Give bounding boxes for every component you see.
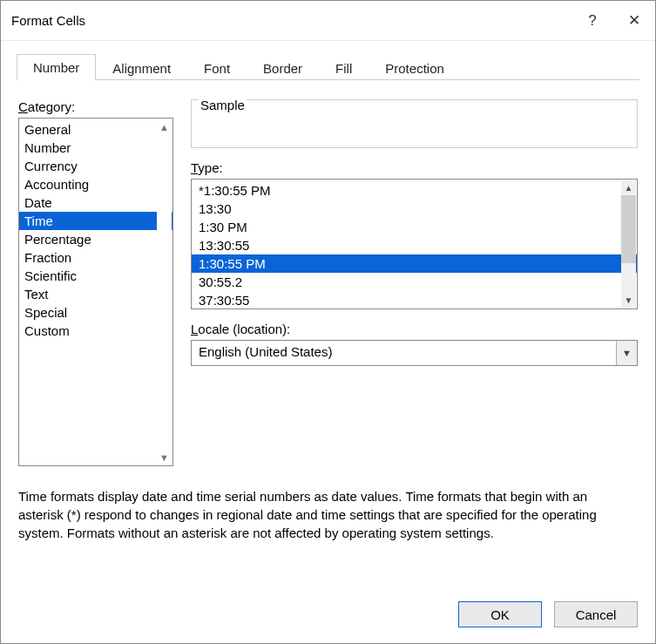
type-item[interactable]: 13:30:55: [192, 236, 637, 254]
sample-label: Sample: [199, 98, 247, 112]
help-button[interactable]: ?: [571, 1, 613, 41]
category-item[interactable]: General: [19, 120, 172, 139]
locale-select[interactable]: English (United States) ▼: [191, 340, 638, 366]
type-item[interactable]: 1:30:55 PM: [192, 254, 637, 273]
close-button[interactable]: ✕: [613, 1, 655, 41]
scroll-thumb[interactable]: [621, 195, 636, 263]
cancel-button[interactable]: Cancel: [554, 601, 638, 627]
category-item[interactable]: Time: [19, 212, 172, 230]
type-listbox[interactable]: *1:30:55 PM13:301:30 PM13:30:551:30:55 P…: [191, 179, 638, 309]
category-item[interactable]: Custom: [19, 322, 172, 340]
category-item[interactable]: Fraction: [19, 248, 172, 267]
description-text: Time formats display date and time seria…: [18, 487, 638, 542]
scroll-down-icon[interactable]: ▼: [157, 450, 172, 464]
locale-value: English (United States): [192, 341, 616, 365]
category-scrollbar[interactable]: ▲ ▼: [157, 119, 172, 464]
tab-font[interactable]: Font: [187, 55, 247, 81]
tab-fill[interactable]: Fill: [319, 55, 369, 81]
help-icon: ?: [588, 12, 596, 30]
type-item[interactable]: 37:30:55: [192, 291, 637, 309]
type-scrollbar[interactable]: ▲ ▼: [621, 180, 636, 308]
category-item[interactable]: Accounting: [19, 175, 172, 193]
tab-rule: [17, 79, 639, 80]
category-item[interactable]: Text: [19, 285, 172, 303]
tab-protection[interactable]: Protection: [369, 55, 461, 81]
button-bar: OK Cancel: [1, 587, 655, 643]
format-cells-dialog: Format Cells ? ✕ NumberAlignmentFontBord…: [0, 0, 656, 644]
scroll-up-icon[interactable]: ▲: [157, 119, 172, 134]
category-item[interactable]: Special: [19, 303, 172, 322]
scroll-up-icon[interactable]: ▲: [621, 180, 636, 195]
category-label: Category:: [18, 99, 173, 114]
sample-box: Sample: [191, 99, 638, 148]
category-listbox[interactable]: GeneralNumberCurrencyAccountingDateTimeP…: [18, 118, 173, 466]
type-item[interactable]: 1:30 PM: [192, 218, 637, 236]
category-item[interactable]: Number: [19, 139, 172, 157]
tab-alignment[interactable]: Alignment: [96, 55, 187, 81]
category-item[interactable]: Currency: [19, 157, 172, 175]
category-item[interactable]: Date: [19, 193, 172, 212]
chevron-down-icon[interactable]: ▼: [616, 341, 637, 365]
category-item[interactable]: Scientific: [19, 267, 172, 285]
type-item[interactable]: 13:30: [192, 200, 637, 218]
tab-number[interactable]: Number: [17, 54, 96, 81]
titlebar: Format Cells ? ✕: [1, 1, 655, 41]
dialog-body: Category: GeneralNumberCurrencyAccountin…: [1, 80, 655, 587]
close-icon: ✕: [628, 11, 640, 30]
tab-border[interactable]: Border: [247, 55, 319, 81]
type-item[interactable]: *1:30:55 PM: [192, 181, 637, 200]
scroll-track[interactable]: [621, 195, 636, 293]
locale-label: Locale (location):: [191, 322, 638, 336]
ok-button[interactable]: OK: [458, 601, 542, 627]
type-label: Type:: [191, 160, 638, 175]
tab-strip: NumberAlignmentFontBorderFillProtection: [1, 41, 655, 80]
scroll-down-icon[interactable]: ▼: [621, 293, 636, 308]
category-item[interactable]: Percentage: [19, 230, 172, 248]
window-title: Format Cells: [11, 13, 571, 28]
type-item[interactable]: 30:55.2: [192, 273, 637, 291]
